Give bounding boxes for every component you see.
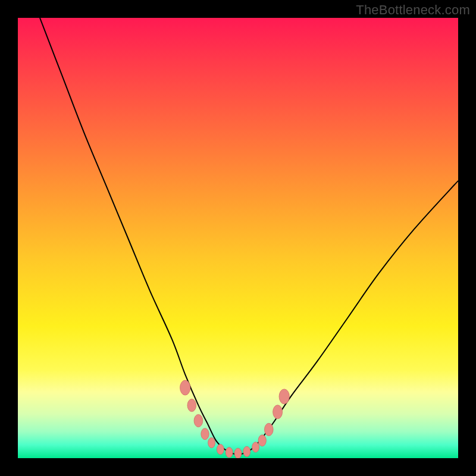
- curve-marker: [194, 415, 203, 427]
- curve-marker: [243, 446, 250, 456]
- curve-marker: [279, 389, 289, 404]
- curve-marker: [234, 448, 242, 458]
- curve-marker: [208, 437, 215, 447]
- watermark-text: TheBottleneck.com: [356, 2, 470, 18]
- curve-marker: [180, 380, 190, 395]
- curve-marker: [258, 435, 266, 446]
- curve-svg: [18, 18, 458, 458]
- curve-marker: [273, 405, 283, 419]
- curve-marker: [217, 444, 224, 455]
- curve-marker: [226, 447, 233, 458]
- bottleneck-curve: [40, 18, 458, 455]
- curve-marker: [201, 428, 209, 440]
- curve-marker: [187, 399, 196, 412]
- plot-area: [18, 18, 458, 458]
- chart-frame: TheBottleneck.com: [0, 0, 476, 476]
- curve-marker: [264, 423, 273, 436]
- curve-marker: [252, 442, 259, 452]
